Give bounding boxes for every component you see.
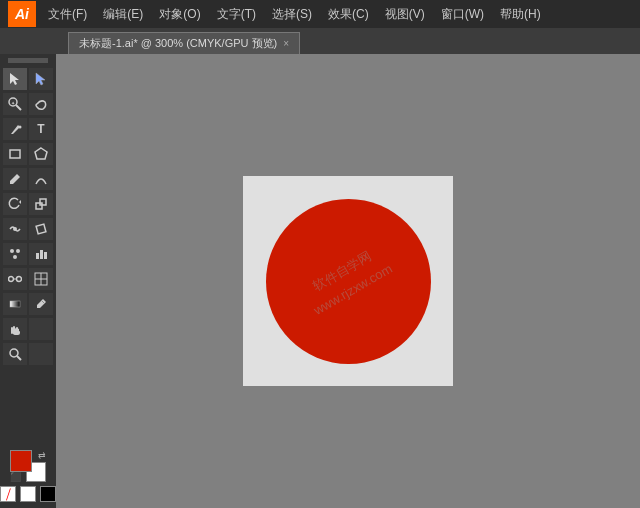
app-logo: Ai: [8, 1, 36, 27]
tool-row-1: [0, 67, 56, 91]
tool-row-10: [0, 292, 56, 316]
tab-bar: 未标题-1.ai* @ 300% (CMYK/GPU 预览) ×: [0, 28, 640, 54]
reset-colors-icon[interactable]: ⬛: [10, 472, 21, 482]
canvas-area: 软件自学网 www.rjzxw.com: [56, 54, 640, 508]
tool-row-7: [0, 217, 56, 241]
empty-tool: [29, 318, 53, 340]
svg-rect-27: [11, 327, 13, 334]
menu-text[interactable]: 文字(T): [209, 0, 264, 28]
menu-help[interactable]: 帮助(H): [492, 0, 549, 28]
column-graph-tool[interactable]: [29, 243, 53, 265]
gradient-tool[interactable]: [3, 293, 27, 315]
main-layout: ✦ T: [0, 54, 640, 508]
svg-rect-25: [10, 301, 20, 307]
svg-point-11: [13, 227, 17, 231]
pen-tool[interactable]: [3, 118, 27, 140]
color-area: ⇄ ⬛ ⧸: [0, 450, 56, 504]
none-color-row: ⧸: [0, 486, 56, 502]
svg-point-15: [13, 255, 17, 259]
menu-window[interactable]: 窗口(W): [433, 0, 492, 28]
lasso-tool[interactable]: [29, 93, 53, 115]
title-bar: Ai 文件(F) 编辑(E) 对象(O) 文字(T) 选择(S) 效果(C) 视…: [0, 0, 640, 28]
svg-point-28: [10, 349, 18, 357]
svg-marker-0: [10, 73, 19, 85]
svg-rect-12: [36, 224, 46, 234]
blend-tool[interactable]: [3, 268, 27, 290]
foreground-color[interactable]: [10, 450, 32, 472]
rectangle-tool[interactable]: [3, 143, 27, 165]
magic-wand-tool[interactable]: ✦: [3, 93, 27, 115]
svg-point-13: [10, 249, 14, 253]
hand-tool[interactable]: [3, 318, 27, 340]
menu-bar: 文件(F) 编辑(E) 对象(O) 文字(T) 选择(S) 效果(C) 视图(V…: [40, 0, 632, 28]
tool-row-12: [0, 342, 56, 366]
eyedropper-tool[interactable]: [29, 293, 53, 315]
tool-row-9: [0, 267, 56, 291]
document-tab[interactable]: 未标题-1.ai* @ 300% (CMYK/GPU 预览) ×: [68, 32, 300, 54]
toolbar-ruler: [8, 58, 48, 63]
tab-title: 未标题-1.ai* @ 300% (CMYK/GPU 预览): [79, 36, 277, 51]
free-transform-tool[interactable]: [29, 218, 53, 240]
svg-rect-17: [40, 250, 43, 259]
menu-object[interactable]: 对象(O): [151, 0, 208, 28]
svg-line-2: [16, 105, 21, 110]
selection-tool[interactable]: [3, 68, 27, 90]
color-swatches: ⇄ ⬛: [10, 450, 46, 482]
red-circle-shape: [266, 199, 431, 364]
shape-tool[interactable]: [29, 143, 53, 165]
svg-marker-8: [19, 200, 21, 204]
svg-point-19: [9, 277, 14, 282]
rotate-tool[interactable]: [3, 193, 27, 215]
white-swatch[interactable]: [20, 486, 36, 502]
left-toolbar: ✦ T: [0, 54, 56, 508]
tool-row-6: [0, 192, 56, 216]
black-swatch[interactable]: [40, 486, 56, 502]
mesh-tool[interactable]: [29, 268, 53, 290]
menu-view[interactable]: 视图(V): [377, 0, 433, 28]
svg-rect-10: [40, 199, 46, 205]
tool-row-5: [0, 167, 56, 191]
tool-row-3: T: [0, 117, 56, 141]
tab-close-button[interactable]: ×: [283, 38, 289, 49]
svg-text:✦: ✦: [11, 100, 15, 106]
tool-row-2: ✦: [0, 92, 56, 116]
svg-rect-6: [10, 150, 20, 158]
svg-marker-7: [35, 148, 47, 159]
tool-row-8: [0, 242, 56, 266]
arc-tool[interactable]: [29, 168, 53, 190]
svg-point-14: [16, 249, 20, 253]
tool-row-4: [0, 142, 56, 166]
warp-tool[interactable]: [3, 218, 27, 240]
text-tool[interactable]: T: [29, 118, 53, 140]
direct-selection-tool[interactable]: [29, 68, 53, 90]
svg-point-5: [19, 126, 22, 129]
svg-point-20: [17, 277, 22, 282]
scale-tool[interactable]: [29, 193, 53, 215]
paintbrush-tool[interactable]: [3, 168, 27, 190]
tool-row-11: [0, 317, 56, 341]
menu-file[interactable]: 文件(F): [40, 0, 95, 28]
symbol-tool[interactable]: [3, 243, 27, 265]
menu-select[interactable]: 选择(S): [264, 0, 320, 28]
svg-rect-18: [44, 252, 47, 259]
empty-tool-2: [29, 343, 53, 365]
svg-marker-1: [36, 73, 45, 85]
zoom-tool[interactable]: [3, 343, 27, 365]
menu-edit[interactable]: 编辑(E): [95, 0, 151, 28]
svg-rect-9: [36, 203, 42, 209]
menu-effect[interactable]: 效果(C): [320, 0, 377, 28]
none-swatch[interactable]: ⧸: [0, 486, 16, 502]
svg-line-29: [17, 356, 21, 360]
swap-colors-icon[interactable]: ⇄: [38, 450, 46, 460]
svg-rect-16: [36, 253, 39, 259]
artboard: 软件自学网 www.rjzxw.com: [243, 176, 453, 386]
